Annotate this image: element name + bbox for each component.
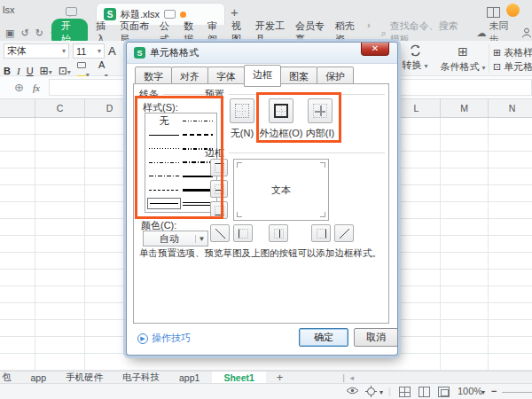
border-tab-page: 线条 样式(S): 无 颜色(C): 自动 ▼ 预置 无(N) — [133, 83, 389, 324]
border-diagonal-up-button[interactable] — [210, 224, 230, 242]
font-controls: 宋体 ▾ 11 ▾ A — [4, 43, 116, 59]
wps-spreadsheet-window: { "window": { "tab_partial": "lsx", "doc… — [0, 0, 532, 399]
conditional-format-button[interactable]: ⊞ 条件格式 ▾ — [440, 44, 486, 74]
highlight-presets — [256, 92, 341, 143]
comment-bubble-icon — [66, 7, 77, 16]
border-right-button[interactable] — [311, 224, 331, 242]
conditional-format-icon: ⊞ — [458, 44, 468, 59]
ribbon-menu-bar: ▣ ↺ ↻ ⌄ 开始 插入页面布局公式数据审阅视图开发工具会员专享稻壳资› ⌕ … — [0, 25, 532, 41]
column-header[interactable]: N — [489, 99, 532, 117]
column-header[interactable]: M — [441, 99, 489, 117]
cell-style-icon: ⊡ — [493, 61, 501, 73]
column-header[interactable]: C — [35, 99, 85, 117]
search-icon: ⌕ — [381, 27, 387, 39]
cell-format-dialog: S 单元格格式 ✕ 数字对齐字体边框图案保护 线条 样式(S): 无 颜色(C)… — [127, 43, 397, 355]
dialog-title-bar[interactable]: S 单元格格式 — [127, 43, 397, 64]
border-diagonal-down-button[interactable] — [334, 224, 354, 242]
comment-bubble-icon — [164, 10, 176, 19]
sheet-tab[interactable]: Sheet1 — [212, 372, 265, 384]
border-group-header: 边框 — [205, 146, 385, 160]
border-diagonal-down-icon — [340, 229, 349, 239]
border-left-icon — [239, 229, 248, 239]
status-separator: | — [388, 386, 391, 396]
add-sheet-button[interactable]: + — [277, 371, 284, 384]
wps-s-logo: S — [134, 47, 145, 59]
zoom-plus-icon[interactable]: ⊕ — [14, 81, 24, 94]
border-vmiddle-button[interactable] — [269, 224, 288, 242]
sheet-tab-partial[interactable]: 包 — [2, 372, 12, 384]
view-page-layout-icon[interactable] — [419, 387, 430, 397]
user-icon[interactable] — [521, 27, 532, 38]
font-name-select[interactable]: 宋体 ▾ — [4, 43, 69, 59]
redo-icon[interactable]: ↻ — [35, 27, 43, 39]
column-header[interactable]: L — [393, 99, 441, 117]
chevron-down-icon[interactable]: ▾ — [379, 388, 383, 396]
chevron-down-icon: ▼ — [195, 235, 207, 243]
column-header[interactable] — [0, 99, 35, 117]
sheet-tabs-container: app手机硬件电子科技app1Sheet1 — [12, 372, 266, 384]
border-preview[interactable]: 文本 — [233, 159, 329, 221]
border-right-icon — [317, 229, 326, 239]
preset-none-label: 无(N) — [231, 127, 254, 140]
locate-icon[interactable] — [365, 386, 377, 397]
tips-label: 操作技巧 — [152, 332, 191, 345]
preview-icon[interactable]: ▣ — [5, 27, 14, 39]
split-view-icon[interactable] — [487, 7, 500, 18]
font-size-select[interactable]: 11 ▾ — [73, 43, 105, 59]
cloud-icon: ☁ — [477, 27, 487, 39]
border-vmiddle-icon — [274, 229, 284, 239]
eye-protect-icon[interactable] — [346, 386, 359, 395]
sheet-tab-bar: 包 app手机硬件电子科技app1Sheet1 + ❘◂ — [0, 371, 532, 383]
dialog-tab[interactable]: 边框 — [244, 65, 281, 87]
new-tab-button[interactable]: + — [231, 4, 239, 20]
ok-button[interactable]: 确定 — [299, 328, 348, 347]
color-select[interactable]: 自动 ▼ — [143, 231, 208, 246]
dialog-hint-text: 单击预置选项、预览草图及上图的按钮可以添加边框样式。 — [139, 247, 381, 260]
wps-s-logo: S — [104, 8, 116, 20]
sheet-tab[interactable]: 电子科技 — [122, 372, 160, 384]
borders-icon[interactable]: ⊞▾ — [40, 65, 52, 77]
sheet-tab[interactable]: app1 — [179, 372, 200, 383]
sheet-scroll-icons[interactable]: ❘◂ — [340, 373, 356, 382]
view-normal-icon[interactable] — [399, 387, 411, 397]
underline-button[interactable]: U — [27, 66, 34, 76]
unsaved-dot-icon — [180, 12, 186, 18]
draw-border-icon[interactable]: ⊡▾ — [59, 65, 71, 77]
grow-font-button[interactable]: A — [108, 44, 116, 58]
bold-button[interactable]: B — [4, 66, 11, 76]
zoom-out-icon[interactable]: − — [491, 386, 497, 396]
font-size-value: 11 — [76, 46, 86, 57]
highlight-line-styles — [135, 96, 223, 219]
color-value: 自动 — [144, 232, 195, 246]
preset-none-icon — [235, 104, 249, 118]
preset-none-button[interactable] — [230, 98, 254, 123]
preview-text: 文本 — [271, 184, 291, 197]
view-page-break-icon[interactable] — [438, 387, 450, 397]
column-headers-right: LMN — [393, 99, 532, 117]
toolbar-separator — [489, 44, 489, 73]
member-badge-icon[interactable] — [506, 4, 520, 17]
fx-icon[interactable]: fx — [33, 82, 40, 93]
convert-button[interactable]: 转换 ▾ — [390, 44, 440, 72]
italic-button[interactable]: I — [17, 66, 20, 76]
status-bar: ▾ | 100% ▾ − — [0, 383, 532, 399]
close-icon[interactable]: ✕ — [361, 43, 389, 56]
cell-style-button[interactable]: ⊡ 单元格样式▾ — [493, 60, 532, 74]
cancel-button[interactable]: 取消 — [354, 328, 398, 347]
gridlines-left — [0, 118, 131, 371]
chevron-down-icon[interactable]: ▾ — [481, 388, 485, 396]
play-icon: ▶ — [137, 333, 148, 344]
zoom-level[interactable]: 100% — [458, 386, 482, 396]
sheet-tab[interactable]: 手机硬件 — [66, 372, 103, 384]
sheet-tab[interactable]: app — [31, 372, 47, 383]
gridlines-right — [393, 118, 532, 371]
zoom-slider[interactable] — [502, 392, 532, 393]
chevron-down-icon: ▾ — [98, 47, 101, 55]
undo-icon[interactable]: ↺ — [20, 27, 28, 39]
tips-link[interactable]: ▶ 操作技巧 — [137, 332, 191, 345]
border-left-button[interactable] — [233, 224, 253, 242]
table-style-button[interactable]: ⊞ 表格样式▾ — [493, 46, 532, 59]
column-headers-left: CD — [0, 99, 135, 117]
partial-doc-tab[interactable]: lsx — [3, 4, 14, 15]
font-name-value: 宋体 — [7, 44, 27, 58]
